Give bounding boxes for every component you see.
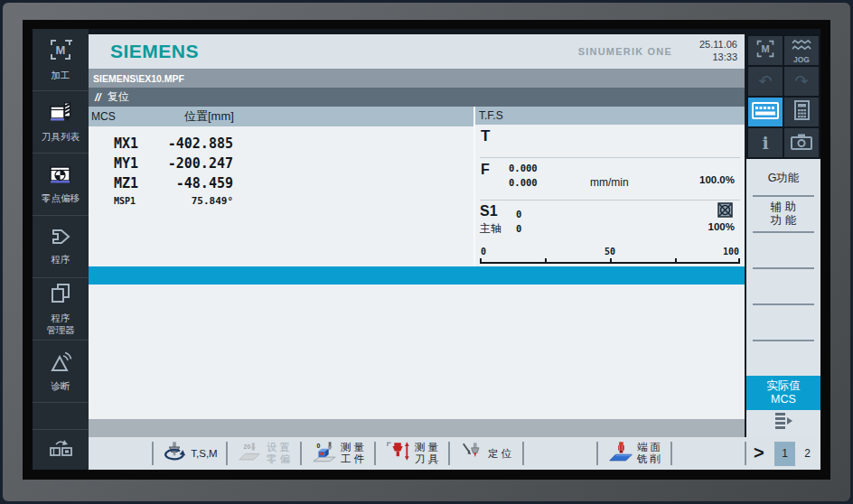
date: 25.11.06: [699, 39, 737, 50]
hardkey-grid: M JOG ↶ ↷: [746, 34, 820, 159]
page-tab-2[interactable]: 2: [797, 442, 818, 466]
nav-label: 零点偏移: [42, 192, 80, 204]
work-area: MCS 位置[mm] MX1 -402.885 MY1 -20: [89, 107, 745, 437]
softkey-label: 端 面铣 削: [637, 442, 661, 464]
softkey-label: 辅 助: [771, 201, 796, 214]
undo-button[interactable]: ↶: [748, 67, 783, 96]
menu-extend-icon: [773, 412, 794, 434]
face-milling-icon: [608, 441, 633, 467]
window-switch-button[interactable]: [33, 430, 89, 470]
spindle-values: 0 0: [516, 203, 521, 244]
menu-forward-button[interactable]: >: [746, 443, 769, 465]
softkey-empty[interactable]: [746, 233, 820, 267]
menu-extend-button[interactable]: [746, 410, 820, 435]
camera-icon: [791, 133, 812, 154]
softkey-positioning[interactable]: 定 位: [450, 437, 522, 470]
redo-button[interactable]: ↷: [784, 67, 819, 96]
softkey-lead-space: [89, 437, 152, 470]
virtual-keyboard-button[interactable]: [748, 98, 783, 126]
axis-row: MX1 -402.885: [89, 134, 473, 154]
feed-actual: 0.000: [509, 163, 538, 173]
menu-page-area: > 1 2: [745, 437, 820, 470]
page-tab-1[interactable]: 1: [774, 442, 795, 466]
axis-row-spindle: MSP1 75.849°: [89, 193, 473, 208]
time: 13:33: [712, 51, 737, 62]
measure-workpiece-icon: 0: [312, 441, 337, 467]
softkey-g-functions[interactable]: G功能: [746, 161, 820, 195]
zero-offset-icon: [49, 164, 72, 188]
dialog-line: [89, 419, 745, 437]
info-button[interactable]: i: [748, 128, 783, 157]
softkey-auxiliary-functions[interactable]: 辅 助 功 能: [746, 197, 820, 231]
channel-state-bar: // 复位: [89, 88, 745, 107]
nav-label: 加工: [52, 70, 70, 81]
tfs-title: T.F.S: [475, 109, 503, 122]
vertical-softkeys: G功能 辅 助 功 能 实际值: [746, 159, 820, 437]
softkey-empty[interactable]: [746, 341, 820, 376]
softkey-empty[interactable]: [524, 437, 596, 470]
main-area: SIEMENS SINUMERIK ONE 25.11.06 13:33 SIE…: [89, 34, 745, 437]
feed-override: 100.0%: [699, 174, 735, 185]
scale-tick-label: 100: [723, 247, 739, 257]
softkey-label: 测 量刀 具: [415, 442, 438, 464]
tool-label: T: [481, 127, 490, 145]
axis-value: -402.885: [155, 135, 233, 152]
calculator-icon: [794, 100, 810, 124]
nav-item-program[interactable]: 程序: [33, 216, 89, 278]
softkey-label: 功 能: [771, 214, 796, 228]
softkey-label: 实际值: [766, 379, 801, 393]
left-nav-sidebar: M 加工 刀具列表 零点偏移 程序 程序管理器: [33, 29, 89, 470]
axis-value: -48.459: [155, 175, 233, 191]
nav-item-diagnostics[interactable]: 诊断: [33, 341, 89, 403]
softkey-face-milling[interactable]: 端 面铣 削: [598, 437, 670, 470]
scale-tick-label: 50: [605, 247, 615, 257]
tfs-panel-header: T.F.S: [475, 107, 745, 125]
machine-m-icon: M: [755, 39, 775, 62]
softkey-label: 定 位: [488, 448, 511, 460]
machine-area-button[interactable]: M: [748, 36, 783, 65]
set-zero-offset-icon: 20: [238, 441, 263, 467]
calculator-button[interactable]: [784, 98, 819, 126]
axis-value: 75.849°: [155, 195, 233, 207]
spindle-override: 100%: [708, 221, 735, 232]
nav-label: 程序管理器: [46, 313, 75, 335]
softkey-actual-values-mcs[interactable]: 实际值 MCS: [746, 376, 820, 410]
nav-item-machining[interactable]: M 加工: [33, 29, 89, 91]
jog-mode-button[interactable]: JOG: [784, 36, 819, 65]
program-current-block[interactable]: [89, 266, 745, 285]
nav-label: 刀具列表: [42, 131, 80, 143]
nav-empty-slot: [33, 403, 89, 430]
spindle-labels: S1 主轴: [480, 203, 516, 244]
nav-item-program-manager[interactable]: 程序管理器: [33, 278, 89, 341]
nav-item-zero-offset[interactable]: 零点偏移: [33, 154, 89, 216]
softkey-measure-tool[interactable]: 测 量刀 具: [376, 437, 448, 470]
redo-icon: ↷: [794, 73, 808, 89]
program-path: SIEMENS\EX10.MPF: [93, 73, 184, 84]
softkey-empty[interactable]: [746, 269, 820, 303]
feed-section: F 0.000 0.000 mm/min 100.0%: [480, 158, 740, 201]
datetime: 25.11.06 13:33: [699, 39, 737, 64]
axis-name: MX1: [114, 135, 155, 152]
machine-m-icon: M: [49, 38, 72, 65]
screenshot-button[interactable]: [784, 128, 819, 157]
display-area: SIEMENS SINUMERIK ONE 25.11.06 13:33 SIE…: [89, 29, 820, 470]
info-icon: i: [762, 133, 768, 153]
feed-values: 0.000 0.000: [509, 162, 538, 200]
scale-line: [480, 262, 740, 264]
tool-list-icon: [49, 101, 72, 126]
softkey-tsm[interactable]: T,S,M: [154, 437, 226, 470]
softkey-empty[interactable]: [746, 305, 820, 340]
spindle-setpoint: 0: [516, 223, 521, 234]
channel-state-label: 复位: [108, 89, 129, 105]
undo-icon: ↶: [758, 73, 772, 89]
title-bar: SIEMENS SINUMERIK ONE 25.11.06 13:33: [89, 34, 745, 69]
screen: M 加工 刀具列表 零点偏移 程序 程序管理器: [33, 29, 820, 470]
softkey-set-zero-offset[interactable]: 20 设 置零 偏: [228, 437, 300, 470]
product-name: SINUMERIK ONE: [578, 46, 672, 57]
mcs-axis-list: MX1 -402.885 MY1 -200.247 MZ1 -48.459: [89, 126, 473, 266]
softkey-measure-workpiece[interactable]: 0 测 量工 件: [302, 437, 374, 470]
keyboard-icon: [752, 102, 779, 123]
softkey-label: 测 量工 件: [341, 442, 364, 464]
softkey-empty[interactable]: [672, 437, 745, 470]
nav-item-tool-list[interactable]: 刀具列表: [33, 91, 89, 154]
